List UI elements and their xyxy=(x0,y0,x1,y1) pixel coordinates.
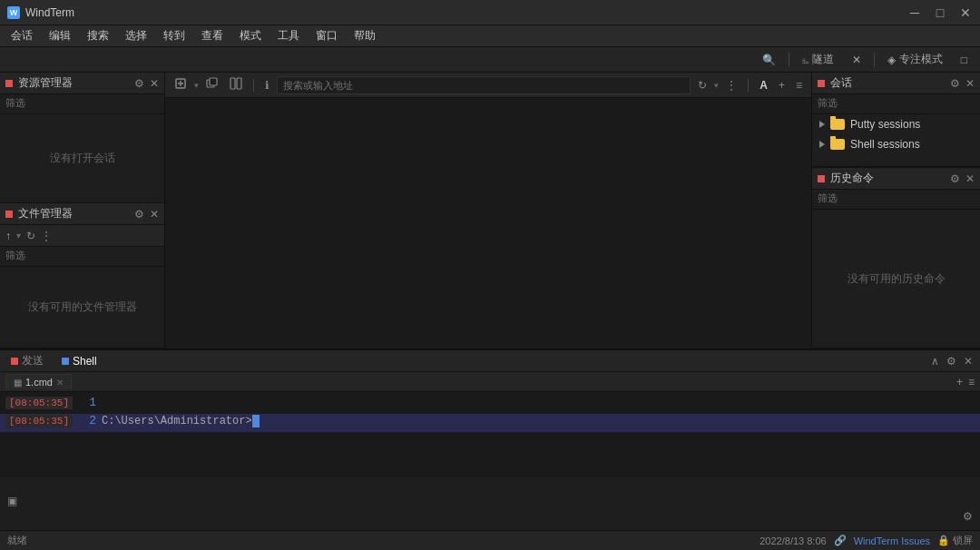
history-gear-icon[interactable]: ⚙ xyxy=(950,172,960,185)
terminal-line-2[interactable]: [08:05:35] 2 C:\Users\Administrator> xyxy=(0,414,980,432)
history-filter-input[interactable] xyxy=(818,192,975,203)
file-close-icon[interactable]: ✕ xyxy=(150,208,159,221)
terminal-tab-close[interactable]: ✕ xyxy=(56,378,64,388)
menu-goto[interactable]: 转到 xyxy=(156,26,192,45)
tunnel-btn[interactable]: ⎁ 隧道 xyxy=(797,50,839,69)
collapse-btn[interactable]: ∧ xyxy=(931,355,939,368)
app-icon: W xyxy=(7,6,20,19)
send-tab-dot xyxy=(11,358,18,365)
menu-search[interactable]: 搜索 xyxy=(80,26,116,45)
menu-tools[interactable]: 工具 xyxy=(270,26,307,45)
center-more-btn[interactable]: ⋮ xyxy=(722,77,740,93)
new-tab-btn[interactable] xyxy=(171,75,191,94)
tab-send[interactable]: 发送 xyxy=(7,351,47,370)
session-item-putty[interactable]: Putty sessions xyxy=(812,114,980,134)
window-controls: ─ □ ✕ xyxy=(907,5,973,20)
terminal-tab-1cmd[interactable]: ▦ 1.cmd ✕ xyxy=(5,374,72,389)
terminal-content: [08:05:35] 1 [08:05:35] 2 C:\Users\Admin… xyxy=(0,392,980,476)
font-size-btn[interactable]: A xyxy=(756,77,771,93)
status-ready-text: 就绪 xyxy=(7,534,752,547)
status-lock[interactable]: 🔒 锁屏 xyxy=(937,534,973,547)
bottom-close-btn[interactable]: ✕ xyxy=(964,355,973,368)
close-button[interactable]: ✕ xyxy=(958,5,973,20)
center-divider2 xyxy=(748,79,749,92)
file-gear-icon[interactable]: ⚙ xyxy=(134,208,144,221)
terminal-add-btn[interactable]: + xyxy=(956,376,963,388)
session-item-shell[interactable]: Shell sessions xyxy=(812,134,980,154)
maximize-button[interactable]: □ xyxy=(933,5,947,20)
center-toolbar: ▾ ℹ ↻ ▾ ⋮ A + ≡ xyxy=(165,73,811,98)
center-menu-btn[interactable]: ≡ xyxy=(792,77,806,93)
session-gear-icon[interactable]: ⚙ xyxy=(950,77,960,90)
menu-window[interactable]: 窗口 xyxy=(309,26,345,45)
bottom-gear-btn[interactable]: ⚙ xyxy=(946,355,956,368)
putty-folder-icon xyxy=(830,119,845,130)
windterm-issues-link[interactable]: WindTerm Issues xyxy=(854,535,930,546)
history-panel-header: 历史命令 ⚙ ✕ xyxy=(812,168,980,190)
center-add-btn[interactable]: + xyxy=(775,77,789,93)
file-refresh-icon[interactable]: ↻ xyxy=(26,230,35,242)
center-main xyxy=(165,98,811,349)
menu-select[interactable]: 选择 xyxy=(118,26,154,45)
search-toolbar-btn[interactable]: 🔍 xyxy=(757,52,781,68)
term-content-2: C:\Users\Administrator> xyxy=(102,415,260,427)
svg-rect-5 xyxy=(230,78,235,89)
menu-help[interactable]: 帮助 xyxy=(347,26,383,45)
terminal-more-btn[interactable]: ≡ xyxy=(968,376,975,388)
resource-filter-input[interactable] xyxy=(5,97,159,108)
session-filter xyxy=(812,94,980,114)
menu-session[interactable]: 会话 xyxy=(4,26,40,45)
file-dropdown-icon[interactable]: ▾ xyxy=(16,231,21,241)
resource-empty-text: 没有打开会话 xyxy=(0,114,164,202)
status-datetime: 2022/8/13 8:06 xyxy=(760,535,826,546)
session-close-icon[interactable]: ✕ xyxy=(965,77,975,90)
shell-tab-label: Shell xyxy=(73,355,97,368)
address-bar xyxy=(277,76,691,94)
address-input[interactable] xyxy=(283,80,684,91)
file-panel-title: 文件管理器 xyxy=(18,206,134,221)
search-icon: 🔍 xyxy=(762,54,776,66)
toolbar-separator2 xyxy=(874,53,875,67)
tab-shell[interactable]: Shell xyxy=(58,353,101,369)
send-tab-label: 发送 xyxy=(22,353,44,368)
resource-gear-icon[interactable]: ⚙ xyxy=(134,77,144,90)
menu-edit[interactable]: 编辑 xyxy=(42,26,78,45)
layout-body: 资源管理器 ⚙ ✕ 没有打开会话 文件管理器 ⚙ xyxy=(0,73,980,530)
term-linenum-1: 1 xyxy=(78,396,96,409)
menu-view[interactable]: 查看 xyxy=(194,26,230,45)
x-btn[interactable]: ✕ xyxy=(847,52,867,68)
focus-mode-btn[interactable]: ◈ 专注模式 xyxy=(882,50,948,69)
terminal-tab-icon: ▦ xyxy=(14,378,22,388)
center-refresh-btn[interactable]: ↻ xyxy=(694,77,710,93)
session-filter-input[interactable] xyxy=(818,97,975,108)
expand-btn[interactable]: □ xyxy=(956,52,973,68)
file-filter-input[interactable] xyxy=(5,250,159,260)
split-btn[interactable] xyxy=(226,75,246,94)
focus-label: 专注模式 xyxy=(899,52,943,67)
center-right-actions: ↻ ▾ ⋮ xyxy=(694,77,740,93)
shell-tab-dot xyxy=(62,358,69,365)
minimize-button[interactable]: ─ xyxy=(907,5,922,20)
resource-panel-accent xyxy=(5,80,13,87)
history-empty-text: 没有可用的历史命令 xyxy=(812,210,980,348)
file-panel-header: 文件管理器 ⚙ ✕ xyxy=(0,203,164,225)
history-close-icon[interactable]: ✕ xyxy=(965,172,975,185)
resource-close-icon[interactable]: ✕ xyxy=(150,77,159,90)
shell-label: Shell sessions xyxy=(850,138,920,151)
info-icon[interactable]: ℹ xyxy=(261,77,273,93)
history-panel-accent xyxy=(818,175,825,182)
terminal-line-1: [08:05:35] 1 xyxy=(0,396,980,414)
right-panels: 会话 ⚙ ✕ Putty sessions xyxy=(811,73,980,349)
file-more-icon[interactable]: ⋮ xyxy=(41,230,52,242)
term-timestamp-2: [08:05:35] xyxy=(5,415,73,427)
putty-expand-icon xyxy=(819,121,825,128)
send-gear-btn[interactable]: ⚙ xyxy=(963,510,973,523)
file-up-icon[interactable]: ↑ xyxy=(5,230,11,242)
resource-panel: 资源管理器 ⚙ ✕ 没有打开会话 xyxy=(0,73,164,203)
menu-mode[interactable]: 模式 xyxy=(232,26,269,45)
file-panel-actions: ⚙ ✕ xyxy=(134,208,159,221)
status-bar: 就绪 2022/8/13 8:06 🔗 WindTerm Issues 🔒 锁屏 xyxy=(0,530,980,550)
app-title: WindTerm xyxy=(25,6,907,19)
resource-panel-title: 资源管理器 xyxy=(18,75,134,91)
clone-btn[interactable] xyxy=(202,75,222,94)
